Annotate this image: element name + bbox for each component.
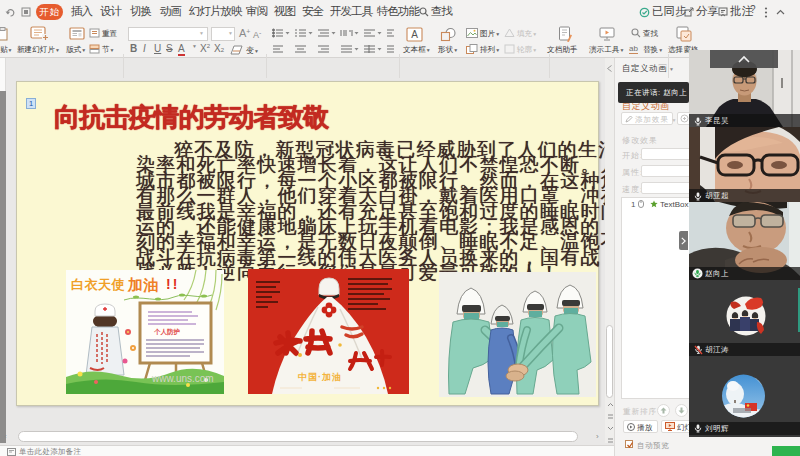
svg-text:中国·加油: 中国·加油 [298, 372, 342, 382]
svg-text:www.uns.com: www.uns.com [151, 373, 214, 384]
svg-text:A: A [411, 29, 418, 40]
svg-text:个人防护: 个人防护 [153, 328, 181, 336]
svg-text:!!: !! [166, 276, 179, 292]
svg-text:加油: 加油 [127, 276, 159, 293]
svg-text:白衣天使: 白衣天使 [71, 277, 125, 292]
